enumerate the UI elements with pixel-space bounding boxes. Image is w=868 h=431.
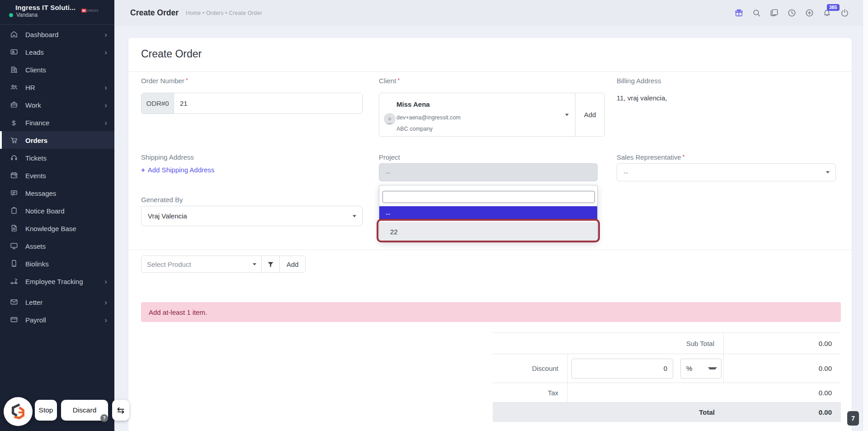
sidebar-item-messages[interactable]: Messages [0,184,114,202]
sidebar-brand: Ingress IT Soluti... Vandana INGRESS [0,0,114,25]
stop-button[interactable]: Stop [35,400,57,421]
add-product-button[interactable]: Add [279,256,305,272]
credit-card-icon [9,315,18,324]
recorder-logo-icon [9,403,27,420]
cart-icon [9,136,18,144]
client-email: dev+aena@ingressit.com [396,114,461,121]
total-row: Total 0.00 [493,403,841,422]
page-scrollbar[interactable] [863,0,868,431]
avatar [384,113,396,125]
chevron-right-icon: › [104,118,107,126]
required-asterisk: * [186,77,188,84]
sidebar-item-payroll[interactable]: Payroll › [0,311,114,328]
product-group: Select Product Add [141,256,306,273]
chevron-right-icon: › [104,30,107,38]
tax-row: Tax 0.00 [493,383,841,403]
generated-by-value: Vraj Valencia [142,212,187,220]
total-label: Total [493,403,724,422]
sidebar-item-biolinks[interactable]: Biolinks [0,255,114,272]
project-select[interactable]: -- [379,163,598,181]
required-asterisk: * [683,153,685,160]
notes-icon[interactable] [769,8,779,19]
breadcrumb[interactable]: Home • Orders • Create Order [186,10,262,16]
sidebar-item-label: Knowledge Base [25,224,76,232]
sidebar-item-knowledge-base[interactable]: Knowledge Base [0,219,114,237]
project-search-input[interactable] [382,191,595,203]
swap-arrows-button[interactable]: ⇆ [112,400,129,421]
sidebar-item-dashboard[interactable]: Dashboard › [0,25,114,43]
phone-icon [9,259,18,268]
sidebar-item-tickets[interactable]: Tickets [0,149,114,166]
project-label: Project [379,153,400,161]
project-option-empty[interactable]: -- [379,206,597,221]
project-option-22[interactable]: 22 [379,222,597,241]
sidebar-item-work[interactable]: Work › [0,96,114,114]
link-text: Add Shipping Address [148,166,215,174]
sidebar-item-hr[interactable]: HR › [0,78,114,96]
building-icon [9,65,18,74]
org-name[interactable]: Ingress IT Soluti... [15,4,75,11]
label-text: Client [379,77,396,85]
sidebar-item-assets[interactable]: Assets [0,237,114,255]
sales-representative-value: -- [617,169,628,176]
add-shipping-address-link[interactable]: +Add Shipping Address [141,166,214,174]
sidebar-item-letter[interactable]: Letter › [0,293,114,311]
chevron-down-icon [353,215,356,217]
generated-by-select[interactable]: Vraj Valencia [141,206,363,226]
sidebar-item-clients[interactable]: Clients [0,61,114,78]
label-text: Sales Representative [617,153,681,161]
chevron-right-icon: › [104,101,107,109]
sidebar-item-employee-tracking[interactable]: Employee Tracking › [0,272,114,290]
tax-value: 0.00 [568,383,841,402]
product-select[interactable]: Select Product [142,256,261,272]
sidebar-item-label: Biolinks [25,260,49,267]
sidebar-item-label: Employee Tracking [25,277,83,285]
discount-row: Discount % 0.00 [493,354,841,383]
client-select[interactable]: Miss Aena dev+aena@ingressit.com ABC com… [379,93,575,136]
briefcase-icon [9,100,18,109]
sidebar-item-finance[interactable]: $ Finance › [0,114,114,131]
sales-representative-select[interactable]: -- [617,163,836,181]
add-client-button[interactable]: Add [575,93,604,136]
notifications-icon[interactable]: 385 [821,8,832,19]
subtotal-value: 0.00 [724,333,841,354]
filter-button[interactable] [261,256,279,272]
online-status-dot [9,13,13,17]
chevron-down-icon [708,367,717,369]
order-number-group: ODR#0 [141,93,363,114]
sidebar-item-events[interactable]: Events [0,166,114,184]
sidebar-item-label: Payroll [25,316,46,323]
chevron-right-icon: › [104,277,107,285]
sidebar-item-label: Finance [25,118,49,126]
chevron-right-icon: › [104,316,107,323]
gift-icon[interactable] [733,8,744,19]
sidebar-item-label: Tickets [25,154,47,161]
sidebar-item-orders[interactable]: Orders [0,131,114,149]
recorder-logo-button[interactable] [4,397,33,426]
user-name: Vandana [16,12,38,18]
client-company: ABC company [396,126,433,132]
label-text: Order Number [141,77,184,85]
sidebar-item-leads[interactable]: Leads › [0,43,114,61]
power-icon[interactable] [839,8,850,19]
topbar: Create Order Home • Orders • Create Orde… [114,0,863,26]
history-icon[interactable] [786,8,797,19]
sales-representative-label: Sales Representative* [617,153,685,161]
discount-unit-select[interactable]: % [680,359,722,379]
search-icon[interactable] [751,8,762,19]
calendar-icon [9,171,18,180]
monitor-icon [9,242,18,250]
page-title: Create Order [130,8,179,18]
product-placeholder: Select Product [142,260,191,268]
sidebar-item-notice-board[interactable]: Notice Board [0,202,114,219]
chevron-right-icon: › [104,83,107,91]
sidebar-item-label: Clients [25,66,46,73]
topbar-actions: 385 [733,0,850,26]
discount-input[interactable] [571,359,673,379]
total-value: 0.00 [724,403,841,422]
chevron-right-icon: › [104,298,107,306]
order-number-input[interactable] [174,93,362,114]
help-button[interactable]: ? [100,414,108,422]
plus-circle-icon[interactable] [804,8,815,19]
discount-label: Discount [493,354,568,383]
